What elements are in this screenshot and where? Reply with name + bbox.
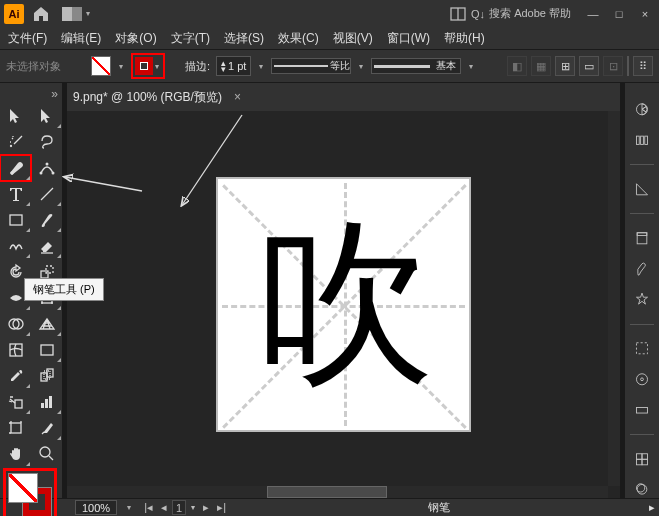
eyedropper-tool[interactable] [0, 363, 31, 389]
prev-icon[interactable]: ◂ [158, 501, 170, 514]
transform-icon[interactable]: ▭ [579, 56, 599, 76]
search-box[interactable]: Q↓ 搜索 Adobe 帮助 [471, 6, 571, 21]
slice-tool[interactable] [31, 415, 62, 441]
annotation-arrow [57, 171, 147, 201]
svg-rect-11 [46, 266, 53, 273]
opacity-icon[interactable]: ◧ [507, 56, 527, 76]
appearance-panel-icon[interactable] [630, 481, 654, 498]
search-placeholder: 搜索 Adobe 帮助 [489, 6, 571, 21]
magic-wand-tool[interactable] [0, 129, 31, 155]
menu-help[interactable]: 帮助(H) [438, 28, 491, 49]
swatches-panel-icon[interactable] [630, 371, 654, 388]
workspace-switcher-icon[interactable] [62, 7, 82, 21]
menu-select[interactable]: 选择(S) [218, 28, 270, 49]
chevron-down-icon[interactable]: ▾ [84, 9, 92, 18]
maximize-button[interactable]: □ [609, 7, 629, 21]
chevron-down-icon[interactable]: ▾ [188, 503, 198, 512]
toolbox-collapse-icon[interactable]: » [0, 87, 62, 103]
artboard-navigation[interactable]: |◂ ◂ 1 ▾ ▸ ▸| [141, 500, 229, 515]
svg-point-5 [51, 172, 54, 175]
style-icon[interactable]: ▦ [531, 56, 551, 76]
paintbrush-tool[interactable] [31, 207, 62, 233]
chevron-down-icon[interactable]: ▾ [257, 62, 265, 71]
menu-type[interactable]: 文字(T) [165, 28, 216, 49]
rectangle-tool[interactable] [0, 207, 31, 233]
svg-rect-46 [636, 407, 647, 413]
brush-definition[interactable]: 基本 [371, 58, 461, 74]
type-tool[interactable] [0, 181, 31, 207]
symbol-sprayer-tool[interactable] [0, 389, 31, 415]
scrollbar-vertical[interactable] [608, 111, 620, 486]
artboard-tool[interactable] [0, 415, 31, 441]
blend-tool[interactable] [31, 363, 62, 389]
shaper-tool[interactable] [0, 233, 31, 259]
shape-builder-tool[interactable] [0, 311, 31, 337]
home-icon[interactable] [32, 5, 50, 23]
canvas-area: 9.png* @ 100% (RGB/预览) × 吹 [67, 83, 620, 498]
isolate-icon[interactable]: ⊡ [603, 56, 623, 76]
menu-file[interactable]: 文件(F) [2, 28, 53, 49]
selection-tool[interactable] [0, 103, 31, 129]
stroke-swatch[interactable] [135, 57, 153, 75]
zoom-tool[interactable] [31, 441, 62, 467]
svg-rect-25 [41, 403, 44, 408]
libraries-panel-icon[interactable] [630, 230, 654, 247]
fill-stroke-control[interactable] [8, 473, 52, 516]
stroke-panel-icon[interactable] [630, 340, 654, 357]
color-guide-panel-icon[interactable] [630, 132, 654, 149]
transparency-panel-icon[interactable] [630, 451, 654, 468]
svg-rect-49 [642, 454, 648, 460]
fill-swatch[interactable] [91, 56, 111, 76]
symbols-panel-icon[interactable] [630, 291, 654, 308]
next-icon[interactable]: ▸ [200, 501, 212, 514]
svg-point-44 [636, 374, 647, 385]
close-button[interactable]: × [635, 7, 655, 21]
color-panel-icon[interactable] [630, 101, 654, 118]
last-icon[interactable]: ▸| [214, 501, 229, 514]
hand-tool[interactable] [0, 441, 31, 467]
menu-window[interactable]: 窗口(W) [381, 28, 436, 49]
options-bar: 未选择对象 ▾ ▾ 描边: ▴▾ 1 pt ▾ 等比 ▾ 基本 ▾ ◧ ▦ ⊞ … [0, 49, 659, 83]
perspective-grid-tool[interactable] [31, 311, 62, 337]
stroke-weight-input[interactable]: ▴▾ 1 pt [216, 56, 251, 76]
arrange-docs-icon[interactable] [449, 5, 467, 23]
direct-selection-tool[interactable] [31, 103, 62, 129]
svg-rect-50 [636, 459, 642, 465]
chevron-down-icon[interactable]: ▾ [117, 62, 125, 71]
svg-point-33 [40, 447, 50, 457]
chevron-down-icon[interactable]: ▾ [153, 62, 161, 71]
first-icon[interactable]: |◂ [141, 501, 156, 514]
pen-tool[interactable] [0, 155, 31, 181]
chevron-down-icon[interactable]: ▾ [357, 62, 365, 71]
lasso-tool[interactable] [31, 129, 62, 155]
artboard-number[interactable]: 1 [172, 500, 186, 515]
eraser-tool[interactable] [31, 233, 62, 259]
menu-effect[interactable]: 效果(C) [272, 28, 325, 49]
fill-color[interactable] [8, 473, 38, 503]
canvas[interactable]: 吹 [67, 111, 620, 498]
svg-line-36 [65, 177, 142, 191]
artboard[interactable]: 吹 [216, 177, 471, 432]
current-tool-label: 钢笔 [428, 500, 450, 515]
scrollbar-horizontal[interactable] [67, 486, 608, 498]
status-menu-icon[interactable]: ▸ [649, 501, 655, 514]
minimize-button[interactable]: — [583, 7, 603, 21]
menu-view[interactable]: 视图(V) [327, 28, 379, 49]
gradient-panel-icon[interactable] [630, 402, 654, 419]
preferences-icon[interactable]: ⠿ [633, 56, 653, 76]
gradient-tool[interactable] [31, 337, 62, 363]
svg-point-6 [45, 163, 48, 166]
chevron-down-icon[interactable]: ▾ [125, 503, 133, 512]
column-graph-tool[interactable] [31, 389, 62, 415]
brushes-panel-icon[interactable] [630, 261, 654, 278]
properties-panel-icon[interactable] [630, 181, 654, 198]
panel-dock [624, 83, 659, 498]
menu-edit[interactable]: 编辑(E) [55, 28, 107, 49]
chevron-down-icon[interactable]: ▾ [467, 62, 475, 71]
mesh-tool[interactable] [0, 337, 31, 363]
align-icon[interactable]: ⊞ [555, 56, 575, 76]
selection-status: 未选择对象 [6, 59, 61, 74]
zoom-level[interactable]: 100% [75, 500, 117, 515]
menu-object[interactable]: 对象(O) [109, 28, 162, 49]
stroke-variable-width[interactable]: 等比 [271, 58, 351, 74]
